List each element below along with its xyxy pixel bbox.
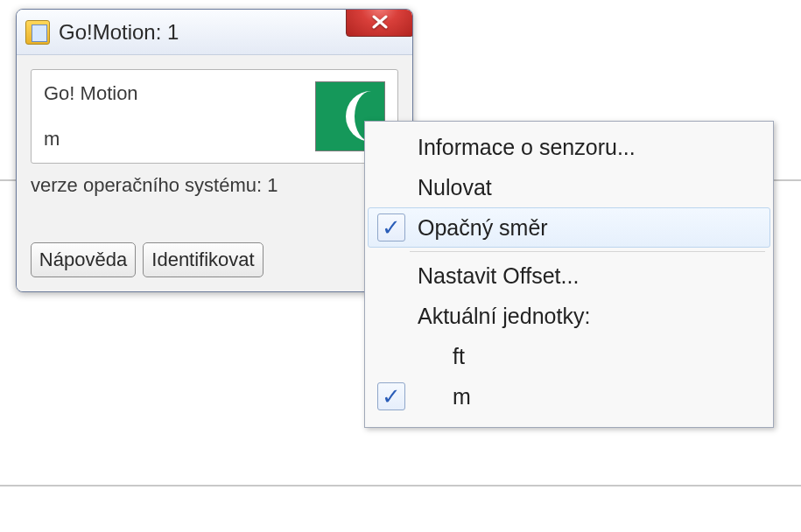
sensor-context-menu: Informace o senzoru... Nulovat ✓ Opačný … bbox=[364, 121, 774, 428]
os-version-label: verze operačního systému: 1 bbox=[31, 174, 398, 197]
titlebar[interactable]: Go!Motion: 1 bbox=[17, 10, 412, 55]
window-title: Go!Motion: 1 bbox=[59, 20, 179, 45]
menu-label: m bbox=[418, 384, 471, 410]
menu-label: ft bbox=[418, 344, 465, 369]
menu-label: Informace o senzoru... bbox=[418, 135, 636, 160]
close-button[interactable] bbox=[346, 9, 413, 37]
check-slot bbox=[374, 173, 409, 201]
check-slot: ✓ bbox=[374, 382, 409, 410]
identify-button[interactable]: Identifikovat bbox=[143, 242, 263, 277]
check-slot: ✓ bbox=[374, 214, 409, 242]
check-slot bbox=[374, 133, 409, 161]
menu-separator bbox=[410, 251, 765, 252]
checkmark-icon: ✓ bbox=[382, 216, 401, 239]
menu-label: Aktuální jednotky: bbox=[418, 304, 590, 329]
app-icon bbox=[25, 20, 50, 45]
menu-item-units-header: Aktuální jednotky: bbox=[368, 296, 770, 336]
menu-item-reverse-direction[interactable]: ✓ Opačný směr bbox=[368, 207, 770, 248]
menu-label: Nulovat bbox=[418, 175, 492, 200]
sensor-name: Go! Motion bbox=[44, 82, 306, 105]
sensor-panel[interactable]: Go! Motion m bbox=[31, 69, 398, 164]
checkbox-icon: ✓ bbox=[377, 382, 405, 410]
help-button[interactable]: Nápověda bbox=[31, 242, 136, 277]
menu-item-set-offset[interactable]: Nastavit Offset... bbox=[368, 256, 770, 296]
checkbox-icon: ✓ bbox=[377, 214, 405, 242]
sensor-dialog: Go!Motion: 1 Go! Motion m verze operační… bbox=[16, 9, 413, 292]
menu-item-unit-ft[interactable]: ft bbox=[368, 336, 770, 376]
check-slot bbox=[374, 302, 409, 330]
dialog-body: Go! Motion m verze operačního systému: 1… bbox=[17, 55, 412, 291]
check-slot bbox=[374, 342, 409, 370]
close-icon bbox=[371, 15, 389, 29]
menu-item-zero[interactable]: Nulovat bbox=[368, 167, 770, 207]
checkmark-icon: ✓ bbox=[382, 385, 401, 408]
menu-label: Opačný směr bbox=[418, 215, 548, 241]
menu-label: Nastavit Offset... bbox=[418, 263, 579, 289]
check-slot bbox=[374, 262, 409, 290]
menu-item-unit-m[interactable]: ✓ m bbox=[368, 376, 770, 416]
menu-item-sensor-info[interactable]: Informace o senzoru... bbox=[368, 127, 770, 167]
sensor-unit: m bbox=[44, 128, 306, 150]
page-divider-bottom bbox=[0, 485, 801, 486]
